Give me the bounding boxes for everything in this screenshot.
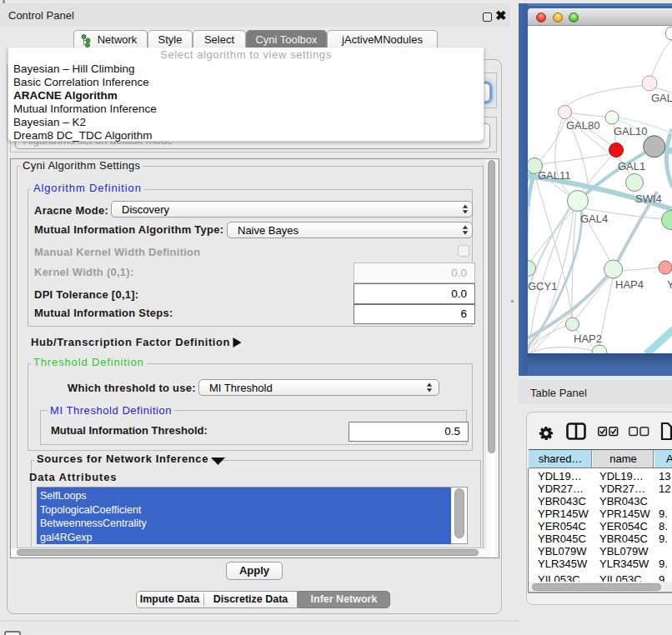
svg-text:GAL11: GAL11: [538, 169, 571, 182]
svg-text:GAL: GAL: [651, 92, 672, 104]
svg-text:Y: Y: [667, 278, 672, 291]
svg-text:SWI4: SWI4: [635, 192, 662, 205]
svg-text:GAL80: GAL80: [566, 119, 599, 132]
svg-text:GAL4: GAL4: [580, 212, 608, 225]
svg-text:HAP4: HAP4: [615, 278, 644, 291]
svg-text:GAL10: GAL10: [614, 125, 647, 138]
svg-text:GAL1: GAL1: [618, 160, 645, 172]
svg-text:HAP2: HAP2: [574, 332, 602, 345]
svg-text:GCY1: GCY1: [528, 280, 557, 292]
